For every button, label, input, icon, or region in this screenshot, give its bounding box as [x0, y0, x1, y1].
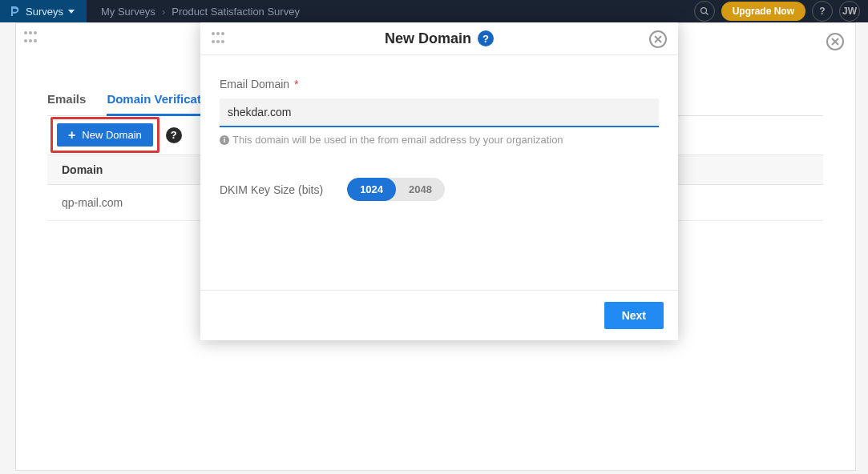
app-switcher[interactable]: Surveys — [0, 0, 87, 22]
search-button[interactable] — [694, 1, 715, 22]
tab-emails[interactable]: Emails — [47, 92, 86, 115]
app-label: Surveys — [26, 6, 63, 18]
breadcrumb-level2[interactable]: Product Satisfaction Survey — [172, 6, 300, 18]
info-icon: i — [220, 135, 229, 145]
brand-logo-icon — [8, 5, 21, 18]
modal-close-button[interactable] — [649, 30, 667, 48]
close-icon — [654, 35, 662, 43]
breadcrumb: My Surveys › Product Satisfaction Survey — [101, 6, 300, 18]
help-button[interactable]: ? — [812, 1, 833, 22]
close-icon — [831, 38, 839, 46]
email-domain-input[interactable] — [220, 98, 659, 127]
panel-close-button[interactable] — [826, 33, 844, 50]
dkim-option-1024[interactable]: 1024 — [347, 178, 396, 201]
new-domain-highlight: + New Domain — [50, 117, 159, 153]
caret-down-icon — [68, 10, 75, 14]
modal-help-button[interactable]: ? — [478, 30, 494, 46]
upgrade-button[interactable]: Upgrade Now — [721, 2, 805, 21]
svg-line-1 — [705, 13, 708, 15]
email-domain-label: Email Domain — [220, 78, 289, 90]
email-domain-hint: This domain will be used in the from ema… — [232, 134, 563, 146]
svg-point-0 — [700, 8, 706, 14]
panel-drag-handle[interactable] — [24, 31, 38, 46]
dkim-option-2048[interactable]: 2048 — [396, 178, 445, 201]
breadcrumb-separator-icon: › — [162, 6, 165, 18]
new-domain-help-button[interactable]: ? — [166, 127, 182, 143]
search-icon — [700, 6, 709, 16]
new-domain-button-label: New Domain — [82, 129, 141, 141]
plus-icon: + — [68, 131, 75, 139]
user-avatar[interactable]: JW — [839, 1, 860, 22]
dkim-key-size-toggle: 1024 2048 — [347, 178, 445, 201]
new-domain-button[interactable]: + New Domain — [57, 123, 153, 147]
modal-drag-handle[interactable] — [212, 32, 226, 46]
next-button[interactable]: Next — [604, 302, 664, 329]
dkim-key-size-label: DKIM Key Size (bits) — [220, 183, 323, 196]
breadcrumb-level1[interactable]: My Surveys — [101, 6, 155, 18]
modal-title: New Domain — [385, 30, 471, 47]
new-domain-modal: New Domain ? Email Domain * i This domai… — [200, 22, 678, 340]
required-indicator: * — [294, 78, 298, 90]
